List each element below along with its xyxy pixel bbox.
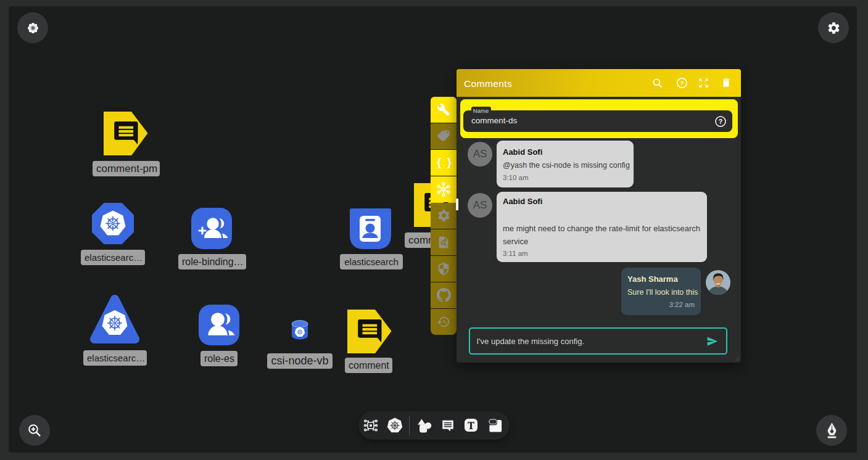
svg-text:?: ?	[680, 80, 684, 86]
svg-text:?: ?	[718, 118, 722, 125]
